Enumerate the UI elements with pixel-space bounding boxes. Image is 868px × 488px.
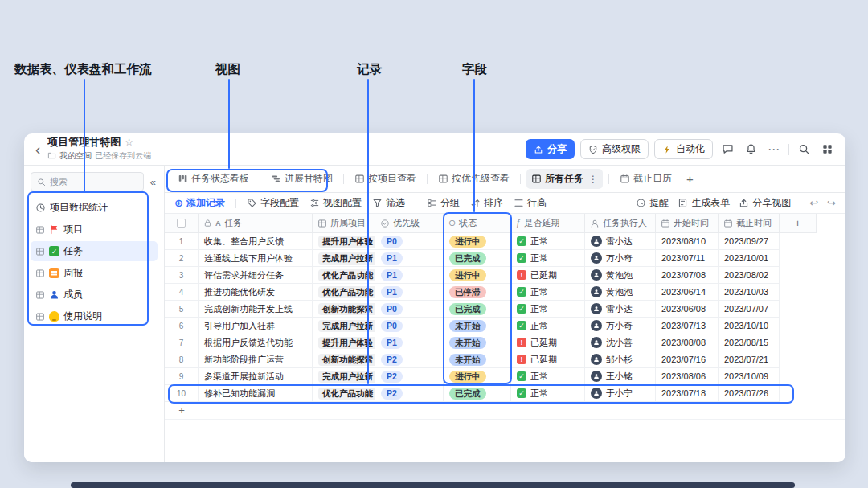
table-row[interactable]: 4推进功能优化研发优化产品功能P1已停滞正常黄泡泡2023/06/142023/… [165, 284, 845, 301]
status-cell[interactable]: 已完成 [444, 250, 511, 267]
delay-cell[interactable]: 正常 [511, 301, 585, 318]
task-cell[interactable]: 引导用户加入社群 [199, 318, 313, 334]
item-more-icon[interactable]: ⋮ [144, 246, 153, 256]
project-cell[interactable]: 提升用户体验 [313, 334, 375, 351]
table-row[interactable]: 6引导用户加入社群完成用户拉新P0未开始正常万小奇2023/07/132023/… [165, 318, 845, 334]
project-cell[interactable]: 创新功能探索 [313, 351, 375, 368]
add-field-button[interactable]: + [780, 214, 817, 233]
priority-cell[interactable]: P2 [375, 351, 444, 368]
delay-cell[interactable]: 正常 [511, 385, 585, 402]
end-date-cell[interactable]: 2023/07/21 [719, 351, 780, 368]
table-row[interactable]: 1收集、整合用户反馈提升用户体验P0进行中正常雷小达2023/08/102023… [165, 233, 845, 250]
start-date-cell[interactable]: 2023/08/10 [656, 233, 719, 250]
sidebar-item-member[interactable]: 成员 [31, 285, 158, 305]
project-cell[interactable]: 完成用户拉新 [313, 368, 375, 385]
assignee-cell[interactable]: 雷小达 [585, 301, 656, 318]
view-tab-status-kanban[interactable]: 任务状态看板 [173, 169, 254, 189]
group-button[interactable]: 分组 [427, 196, 460, 210]
project-cell[interactable]: 完成用户拉新 [313, 250, 375, 267]
table-row[interactable]: 5完成创新功能开发上线创新功能探索P0已完成正常雷小达2023/06/08202… [165, 301, 845, 318]
comment-icon[interactable] [719, 141, 736, 158]
generate-form-button[interactable]: 生成表单 [678, 196, 730, 210]
add-view-button[interactable]: + [682, 172, 698, 186]
view-config-button[interactable]: 视图配置 [309, 196, 362, 210]
priority-cell[interactable]: P1 [375, 250, 444, 267]
assignee-cell[interactable]: 王小铭 [585, 368, 656, 385]
project-cell[interactable]: 优化产品功能 [313, 385, 375, 402]
collapse-sidebar-icon[interactable]: « [149, 176, 158, 188]
assignee-cell[interactable]: 于小宁 [585, 385, 656, 402]
star-icon[interactable]: ☆ [125, 137, 133, 148]
breadcrumb-space[interactable]: 我的空间 [59, 150, 92, 162]
end-date-cell[interactable]: 2023/09/27 [719, 233, 780, 250]
view-tab-gantt[interactable]: 进展甘特图 [266, 169, 338, 189]
search-icon[interactable] [795, 141, 813, 158]
task-cell[interactable]: 根据用户反馈迭代功能 [199, 334, 313, 351]
view-tab-all-tasks[interactable]: 所有任务⋮ [526, 169, 603, 189]
assignee-cell[interactable]: 万小奇 [585, 318, 656, 334]
sidebar-item-stats[interactable]: 项目数据统计 [31, 198, 158, 218]
add-record-row[interactable]: + [165, 402, 845, 420]
table-row[interactable]: 8新功能阶段推广运营创新功能探索P2未开始已延期邹小杉2023/07/16202… [165, 351, 845, 368]
column-header-assignee[interactable]: 任务执行人 [585, 214, 656, 233]
column-header-task[interactable]: A 任务 [199, 214, 313, 233]
start-date-cell[interactable]: 2023/06/14 [656, 284, 719, 301]
advanced-permission-button[interactable]: 高级权限 [580, 139, 649, 159]
priority-cell[interactable]: P1 [375, 284, 444, 301]
notification-icon[interactable] [742, 141, 760, 158]
sort-button[interactable]: 排序 [470, 196, 503, 210]
status-cell[interactable]: 已完成 [444, 301, 511, 318]
sidebar-item-guide[interactable]: 使用说明 [31, 306, 158, 326]
assignee-cell[interactable]: 邹小杉 [585, 351, 656, 368]
status-cell[interactable]: 未开始 [444, 318, 511, 334]
task-cell[interactable]: 多渠道开展拉新活动 [199, 368, 313, 385]
end-date-cell[interactable]: 2023/07/26 [719, 385, 780, 402]
sidebar-item-task[interactable]: 任务⋮ [31, 241, 158, 261]
priority-cell[interactable]: P1 [375, 267, 444, 284]
remind-button[interactable]: 提醒 [636, 196, 669, 210]
assignee-cell[interactable]: 黄泡泡 [585, 284, 656, 301]
delay-cell[interactable]: 已延期 [511, 351, 585, 368]
priority-cell[interactable]: P1 [375, 334, 444, 351]
start-date-cell[interactable]: 2023/07/13 [656, 318, 719, 334]
end-date-cell[interactable]: 2023/08/02 [719, 267, 780, 284]
status-cell[interactable]: 进行中 [444, 368, 511, 385]
share-button[interactable]: 分享 [526, 139, 575, 159]
column-header-start[interactable]: 开始时间 [656, 214, 719, 233]
start-date-cell[interactable]: 2023/07/18 [656, 385, 719, 402]
priority-cell[interactable]: P0 [375, 233, 444, 250]
delay-cell[interactable]: 正常 [511, 318, 585, 334]
more-icon[interactable]: ⋯ [765, 141, 783, 158]
assignee-cell[interactable]: 黄泡泡 [585, 267, 656, 284]
project-cell[interactable]: 优化产品功能 [313, 284, 375, 301]
task-cell[interactable]: 收集、整合用户反馈 [199, 233, 313, 250]
task-cell[interactable]: 连通线上线下用户体验 [199, 250, 313, 267]
automation-button[interactable]: 自动化 [654, 139, 713, 159]
task-cell[interactable]: 评估需求并细分任务 [199, 267, 313, 284]
priority-cell[interactable]: P2 [375, 385, 444, 402]
start-date-cell[interactable]: 2023/08/08 [656, 334, 719, 351]
assignee-cell[interactable]: 沈小善 [585, 334, 656, 351]
start-date-cell[interactable]: 2023/06/08 [656, 301, 719, 318]
column-header-project[interactable]: 所属项目 [313, 214, 375, 233]
task-cell[interactable]: 修补已知功能漏洞 [199, 385, 313, 402]
tab-more-icon[interactable]: ⋮ [588, 174, 598, 185]
column-header-priority[interactable]: 优先级 [375, 214, 444, 233]
table-row[interactable]: 3评估需求并细分任务优化产品功能P1进行中已延期黄泡泡2023/07/08202… [165, 267, 845, 284]
project-cell[interactable]: 优化产品功能 [313, 267, 375, 284]
task-cell[interactable]: 推进功能优化研发 [199, 284, 313, 301]
status-cell[interactable]: 进行中 [444, 233, 511, 250]
project-cell[interactable]: 创新功能探索 [313, 301, 375, 318]
end-date-cell[interactable]: 2023/10/01 [719, 250, 780, 267]
task-cell[interactable]: 完成创新功能开发上线 [199, 301, 313, 318]
end-date-cell[interactable]: 2023/10/10 [719, 318, 780, 334]
end-date-cell[interactable]: 2023/10/03 [719, 284, 780, 301]
project-cell[interactable]: 完成用户拉新 [313, 318, 375, 334]
start-date-cell[interactable]: 2023/07/11 [656, 250, 719, 267]
delay-cell[interactable]: 正常 [511, 284, 585, 301]
filter-button[interactable]: 筛选 [372, 196, 405, 210]
table-row[interactable]: 9多渠道开展拉新活动完成用户拉新P2进行中正常王小铭2023/08/062023… [165, 368, 845, 385]
view-tab-deadline-cal[interactable]: 截止日历 [615, 169, 677, 189]
delay-cell[interactable]: 正常 [511, 250, 585, 267]
assignee-cell[interactable]: 雷小达 [585, 233, 656, 250]
